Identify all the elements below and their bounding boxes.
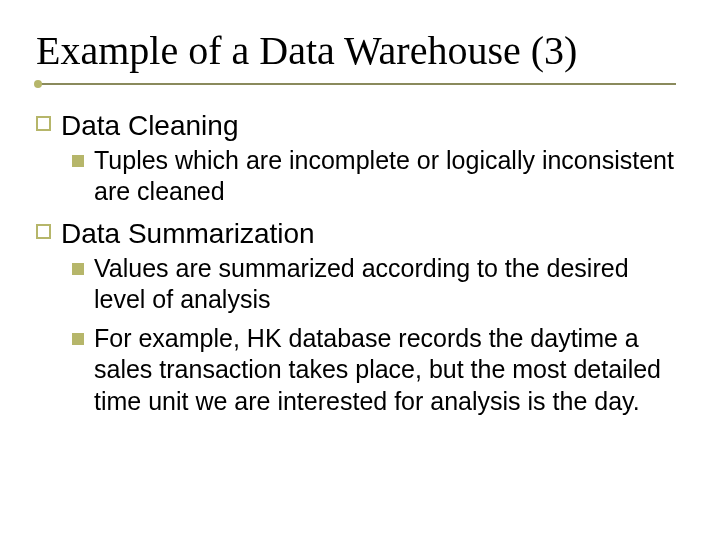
bullet-text: Tuples which are incomplete or logically… <box>94 145 684 208</box>
bullet-text: Values are summarized according to the d… <box>94 253 684 316</box>
hollow-square-icon <box>36 224 51 239</box>
bullet-level1: Data Cleaning <box>36 108 684 143</box>
title-rule-dot <box>34 80 42 88</box>
slide: Example of a Data Warehouse (3) Data Cle… <box>0 0 720 540</box>
section-heading: Data Summarization <box>61 216 684 251</box>
filled-square-icon <box>72 263 84 275</box>
bullet-level2: Tuples which are incomplete or logically… <box>72 145 684 208</box>
bullet-level2: Values are summarized according to the d… <box>72 253 684 316</box>
hollow-square-icon <box>36 116 51 131</box>
slide-content: Data Cleaning Tuples which are incomplet… <box>36 108 684 417</box>
title-rule <box>36 80 684 90</box>
bullet-level2: For example, HK database records the day… <box>72 323 684 417</box>
slide-title: Example of a Data Warehouse (3) <box>36 28 684 74</box>
section-heading: Data Cleaning <box>61 108 684 143</box>
bullet-level1: Data Summarization <box>36 216 684 251</box>
bullet-text: For example, HK database records the day… <box>94 323 684 417</box>
filled-square-icon <box>72 333 84 345</box>
title-rule-line <box>36 83 676 85</box>
filled-square-icon <box>72 155 84 167</box>
